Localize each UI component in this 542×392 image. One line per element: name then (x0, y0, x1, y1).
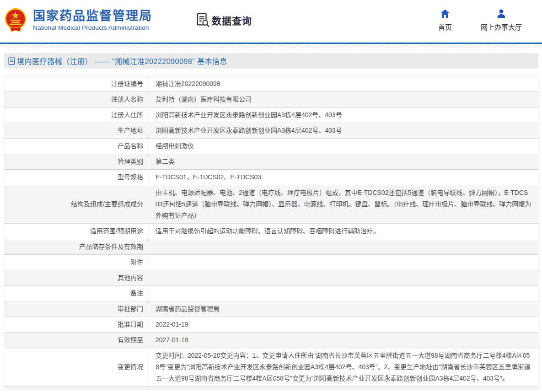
row-value: 变更时间：2022-05-20变更内容：1、变更申请人住所由“湖南省长沙市芙蓉区… (149, 348, 538, 387)
registration-info-table-wrap: 注册证编号湘械注准20222090098注册人名称艾利特（湖南）医疗科技有限公司… (4, 76, 538, 390)
row-label: 批准日期 (4, 317, 149, 333)
row-label: 备注 (4, 286, 149, 301)
table-row: 管理类别第二类 (4, 154, 538, 170)
row-label: 管理类别 (4, 154, 149, 170)
row-label: 产品储存条件及有效期 (4, 239, 149, 255)
table-row: 有效期至2027-01-18 (4, 333, 538, 348)
nav-item-service-hall[interactable]: 网上办事大厅 (481, 8, 522, 32)
table-row: 附件 (4, 255, 538, 270)
nav-item-home[interactable]: 首页 (434, 8, 456, 32)
row-value (149, 255, 538, 270)
row-value: 第二类 (149, 154, 538, 170)
table-row: 产品名称经颅电刺激仪 (4, 139, 538, 154)
site-title-en: National Medical Products Administration (33, 24, 152, 31)
home-icon (440, 8, 451, 19)
table-row: 批准日期2022-01-19 (4, 317, 538, 333)
table-row: 型号规格E-TDCS01、E-TDCS02、E-TDCS03 (4, 170, 538, 185)
table-row: 备注 (4, 286, 538, 301)
row-value: 湖南省药品监督管理局 (149, 301, 538, 317)
row-label: 审批部门 (4, 301, 149, 317)
table-row-partial (4, 387, 538, 390)
data-query-label: 数据查询 (212, 13, 252, 27)
breadcrumb: 境内医疗器械（注册） —— “湘械注准20222090098” 基本信息 (4, 53, 538, 69)
brand-block: 国家药品监督管理局 National Medical Products Admi… (33, 9, 152, 31)
national-emblem-icon (4, 8, 27, 33)
page-icon (8, 57, 15, 65)
table-row: 审批部门湖南省药品监督管理局 (4, 301, 538, 317)
top-nav: 首页 网上办事大厅 (434, 8, 522, 32)
national-emblem-logo[interactable] (4, 8, 27, 33)
table-row: 产品储存条件及有效期 (4, 239, 538, 255)
user-icon (496, 8, 507, 19)
row-value (149, 270, 538, 286)
row-value: 经颅电刺激仪 (149, 139, 538, 154)
row-value: 2022-01-19 (149, 317, 538, 333)
row-label: 型号规格 (4, 170, 149, 185)
registration-info-table: 注册证编号湘械注准20222090098注册人名称艾利特（湖南）医疗科技有限公司… (4, 76, 538, 390)
row-value (149, 239, 538, 255)
row-value (149, 286, 538, 301)
row-value: 艾利特（湖南）医疗科技有限公司 (149, 92, 538, 107)
table-row: 注册人名称艾利特（湖南）医疗科技有限公司 (4, 92, 538, 107)
row-label: 生产地址 (4, 123, 149, 139)
table-row: 结构及组成/主要组成成分由主机、电源适配器、电池、2通道（电疗线、理疗电极片）组… (4, 185, 538, 224)
info-table-body: 注册证编号湘械注准20222090098注册人名称艾利特（湖南）医疗科技有限公司… (4, 76, 538, 390)
row-label: 适用范围/预期用途 (4, 224, 149, 239)
nav-home-label: 首页 (438, 22, 452, 32)
nav-service-hall-label: 网上办事大厅 (481, 22, 522, 32)
data-query-entry[interactable]: 数据查询 (196, 13, 252, 27)
table-row: 适用范围/预期用途适用于对脑损伤引起的运动功能障碍、语言认知障碍、吞咽障碍进行辅… (4, 224, 538, 239)
row-label: 产品名称 (4, 139, 149, 154)
document-search-icon (196, 13, 210, 27)
table-row: 注册证编号湘械注准20222090098 (4, 76, 538, 92)
row-label: 注册人名称 (4, 92, 149, 107)
row-label: 注册人住所 (4, 107, 149, 123)
row-value: 湘械注准20222090098 (149, 76, 538, 92)
row-label: 注册证编号 (4, 76, 149, 92)
row-value: E-TDCS01、E-TDCS02、E-TDCS03 (149, 170, 538, 185)
table-row: 变更情况变更时间：2022-05-20变更内容：1、变更申请人住所由“湖南省长沙… (4, 348, 538, 387)
row-label: 变更情况 (4, 348, 149, 387)
row-value: 适用于对脑损伤引起的运动功能障碍、语言认知障碍、吞咽障碍进行辅助治疗。 (149, 224, 538, 239)
table-row: 注册人住所浏阳高新技术产业开发区永泰路创新创业园A3栋4层402号、403号 (4, 107, 538, 123)
site-header: 国家药品监督管理局 National Medical Products Admi… (0, 0, 542, 43)
site-title-cn: 国家药品监督管理局 (33, 9, 152, 23)
row-label: 其他内容 (4, 270, 149, 286)
row-label: 有效期至 (4, 333, 149, 348)
row-value: 2027-01-18 (149, 333, 538, 348)
table-row: 生产地址浏阳高新技术产业开发区永泰路创新创业园A3栋4层402号、403号 (4, 123, 538, 139)
row-value: 浏阳高新技术产业开发区永泰路创新创业园A3栋4层402号、403号 (149, 123, 538, 139)
table-row: 其他内容 (4, 270, 538, 286)
row-value: 由主机、电源适配器、电池、2通道（电疗线、理疗电极片）组成，其中E-TDCS02… (149, 185, 538, 224)
row-value: 浏阳高新技术产业开发区永泰路创新创业园A3栋4层402号、403号 (149, 107, 538, 123)
hatch-pattern-strip (0, 44, 542, 48)
row-label: 结构及组成/主要组成成分 (4, 185, 149, 224)
page-title: 境内医疗器械（注册） —— “湘械注准20222090098” 基本信息 (17, 55, 227, 66)
row-label: 附件 (4, 255, 149, 270)
